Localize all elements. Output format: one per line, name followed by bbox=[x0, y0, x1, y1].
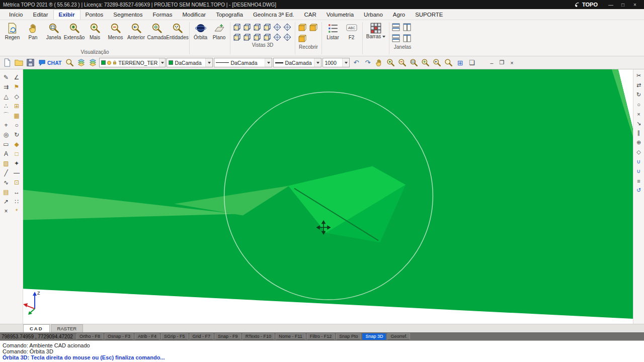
linetype-select[interactable]: DaCamada bbox=[214, 58, 272, 67]
recobrir-icon-3[interactable] bbox=[298, 34, 307, 43]
vista-3d-icon-5[interactable] bbox=[233, 33, 241, 41]
menu-tab-exibir[interactable]: Exibir bbox=[53, 10, 80, 20]
snap-tool-icon[interactable]: ◇ bbox=[12, 92, 22, 101]
orbita-button[interactable]: Órbita bbox=[191, 21, 210, 40]
regen-button[interactable]: Regen bbox=[2, 21, 23, 40]
vista-3d-icon-4[interactable] bbox=[263, 23, 271, 31]
pan-button[interactable]: Pan bbox=[23, 21, 43, 40]
toggle-ortho[interactable]: Ortho - F8 bbox=[76, 333, 103, 340]
tab-raster[interactable]: RASTER bbox=[51, 324, 84, 332]
janela-tile-horizontal-icon[interactable] bbox=[392, 23, 400, 31]
zoom-camada-button[interactable]: Camada bbox=[146, 21, 167, 40]
window-close-button[interactable]: × bbox=[629, 2, 641, 8]
zoom-extensao-button[interactable]: Extensão bbox=[64, 21, 85, 40]
circle-tool-icon[interactable]: ○ bbox=[12, 120, 22, 130]
polyline-tool-icon[interactable]: ∿ bbox=[1, 177, 11, 187]
offset-tool-icon[interactable]: ⇉ bbox=[1, 82, 11, 92]
layer-states-button[interactable] bbox=[88, 57, 98, 68]
plano-button[interactable]: Plano bbox=[210, 21, 228, 40]
array-tool-icon[interactable]: ∷ bbox=[12, 197, 22, 206]
point-tool-icon[interactable]: ∴ bbox=[1, 101, 11, 111]
table-button[interactable]: ⊞ bbox=[455, 57, 465, 68]
zoom-entidades-button[interactable]: Entidades bbox=[167, 21, 188, 40]
listar-button[interactable]: Listar bbox=[324, 21, 342, 40]
line-tool-icon[interactable]: — bbox=[12, 168, 22, 177]
toggle-nome[interactable]: Nome - F11 bbox=[276, 333, 305, 340]
recobrir-icon-1[interactable] bbox=[298, 23, 307, 32]
region-tool-icon[interactable]: ⊡ bbox=[12, 177, 22, 187]
menu-tab-modificar[interactable]: Modificar bbox=[178, 10, 211, 20]
rectangle-tool-icon[interactable]: ▭ bbox=[1, 139, 11, 149]
move-tool-icon[interactable]: + bbox=[1, 120, 11, 130]
arc-tool-icon[interactable]: ⌒ bbox=[1, 111, 11, 120]
menu-tab-formas[interactable]: Formas bbox=[148, 10, 178, 20]
zoom-extents-button[interactable] bbox=[420, 57, 431, 68]
menu-tab-suporte[interactable]: SUPORTE bbox=[410, 10, 448, 20]
pencil-tool-icon[interactable]: ✎ bbox=[1, 72, 11, 82]
vista-3d-icon-3[interactable] bbox=[253, 23, 261, 31]
menu-tab-topografia[interactable]: Topografia bbox=[211, 10, 248, 20]
rows-tool-icon[interactable]: ▤ bbox=[1, 187, 11, 197]
vista-3d-icon-2[interactable] bbox=[243, 23, 251, 31]
zoom-window-button[interactable] bbox=[409, 57, 419, 68]
zoom-mais-button[interactable]: Mais bbox=[85, 21, 105, 40]
scale-select[interactable]: 1000 bbox=[323, 58, 350, 67]
refresh-tool-icon[interactable]: ↺ bbox=[634, 187, 643, 194]
polygon-tool-icon[interactable]: ✦ bbox=[12, 158, 22, 168]
circle-ref-tool-icon[interactable]: ○ bbox=[634, 101, 643, 108]
explode-tool-icon[interactable]: * bbox=[12, 206, 22, 216]
menu-tab-editar[interactable]: Editar bbox=[28, 10, 53, 20]
toggle-atrib[interactable]: Atrib - F4 bbox=[135, 333, 159, 340]
menu-tab-geoincra[interactable]: GeoIncra 3ª Ed. bbox=[248, 10, 299, 20]
window-minimize-button[interactable]: — bbox=[605, 2, 617, 8]
mirror-tool-icon[interactable]: ⇄ bbox=[634, 81, 643, 89]
menu-tab-pontos[interactable]: Pontos bbox=[80, 10, 109, 20]
rotate-tool-icon[interactable]: ↻ bbox=[12, 130, 22, 139]
document-close-button[interactable]: × bbox=[507, 60, 516, 66]
toggle-georref[interactable]: Georref. bbox=[387, 333, 410, 340]
toggle-grid[interactable]: Grid - F7 bbox=[190, 333, 214, 340]
color-select[interactable]: DaCamada bbox=[167, 58, 213, 67]
fullscreen-button[interactable]: ❏ bbox=[466, 57, 477, 68]
vista-3d-icon-1[interactable] bbox=[233, 23, 241, 31]
erase-tool-icon[interactable]: × bbox=[1, 206, 11, 216]
donut-tool-icon[interactable]: ◎ bbox=[1, 130, 11, 139]
grid-tool-icon[interactable]: ⊞ bbox=[12, 101, 22, 111]
curve-tool-2-icon[interactable]: ∪ bbox=[634, 167, 643, 175]
menu-tab-urbano[interactable]: Urbano bbox=[359, 10, 388, 20]
chevron-down-icon[interactable] bbox=[314, 58, 321, 67]
undo-button[interactable]: ↶ bbox=[351, 57, 361, 68]
vista-iso-icon-2[interactable] bbox=[283, 23, 291, 31]
layer-manager-button[interactable] bbox=[76, 57, 87, 68]
command-line-panel[interactable]: Comando: Ambiente CAD acionado Comando: … bbox=[0, 340, 644, 362]
barras-button[interactable]: Barras bbox=[364, 21, 387, 39]
find-button[interactable] bbox=[64, 57, 75, 68]
vista-iso-icon-3[interactable] bbox=[273, 33, 281, 41]
toggle-osnap[interactable]: Osnap - F3 bbox=[105, 333, 133, 340]
menu-tab-inicio[interactable]: Início bbox=[4, 10, 28, 20]
menu-tab-agro[interactable]: Agro bbox=[388, 10, 410, 20]
toggle-snap[interactable]: Snap - F9 bbox=[215, 333, 241, 340]
trim-tool-icon[interactable]: ✂ bbox=[634, 72, 643, 79]
tab-cad[interactable]: CAD bbox=[23, 324, 50, 332]
zoom-previous-button[interactable] bbox=[432, 57, 442, 68]
zoom-in-button[interactable] bbox=[385, 57, 396, 68]
chevron-down-icon[interactable] bbox=[159, 58, 165, 67]
zoom-menos-button[interactable]: Menos bbox=[105, 21, 126, 40]
window-maximize-button[interactable]: □ bbox=[617, 2, 629, 8]
drawing-canvas[interactable]: Z bbox=[23, 69, 633, 324]
slash-tool-icon[interactable]: ╱ bbox=[1, 168, 11, 177]
properties-tool-icon[interactable]: ≡ bbox=[634, 177, 643, 185]
janela-cascade-icon[interactable] bbox=[392, 34, 400, 42]
intersect-tool-icon[interactable]: ⊕ bbox=[634, 139, 643, 146]
new-file-button[interactable] bbox=[2, 57, 13, 68]
toggle-sgrip[interactable]: SGrip - F5 bbox=[161, 333, 188, 340]
document-minimize-button[interactable]: – bbox=[487, 60, 496, 66]
document-restore-button[interactable]: ❐ bbox=[497, 59, 506, 66]
recobrir-icon-2[interactable] bbox=[309, 23, 318, 32]
text-tool-icon[interactable]: A bbox=[1, 149, 11, 158]
triangle-tool-icon[interactable]: △ bbox=[1, 92, 11, 101]
redo-button[interactable]: ↷ bbox=[362, 57, 373, 68]
zoom-anterior-button[interactable]: Anterior bbox=[126, 21, 146, 40]
table-tool-icon[interactable]: ▦ bbox=[12, 111, 22, 120]
